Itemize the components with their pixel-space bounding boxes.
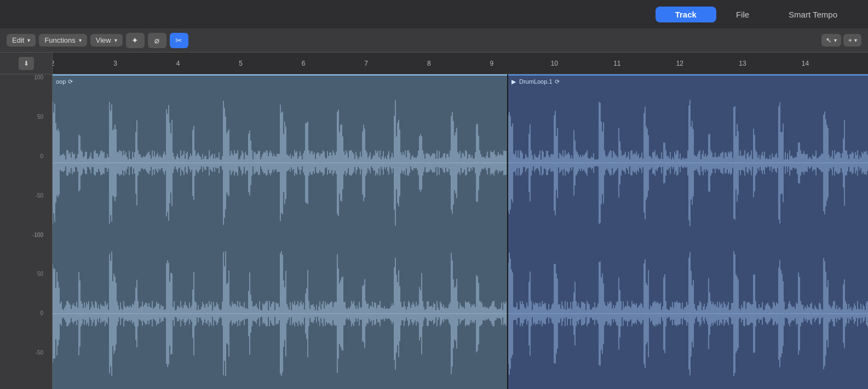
loop-icon: ⌀ [154, 36, 159, 45]
pointer-icon: ↖ [826, 36, 832, 44]
bar-number: 4 [176, 60, 180, 67]
region-play-icon-2: ▶ [511, 78, 516, 85]
view-menu[interactable]: View ▾ [90, 34, 123, 47]
cursor-icon: ✦ [131, 36, 139, 45]
tab-file[interactable]: File [716, 7, 769, 22]
edit-chevron: ▾ [27, 37, 30, 43]
region-drum-loop-1[interactable]: ▶ DrumLoop.1 ⟳ [508, 74, 868, 389]
toolbar: Edit ▾ Functions ▾ View ▾ ✦ ⌀ ✂ ↖ ▾ + ▾ [0, 28, 868, 53]
db-label: 0 [40, 153, 48, 159]
region-label-1: oop [56, 78, 66, 85]
region-loop-icon-2: ⟳ [555, 78, 560, 85]
region-header-2: ▶ DrumLoop.1 ⟳ [508, 76, 868, 88]
db-label: -50 [36, 193, 48, 199]
toolbar-right: ↖ ▾ + ▾ [821, 34, 861, 47]
collapse-icon: ⬇ [24, 60, 29, 67]
edit-menu[interactable]: Edit ▾ [7, 34, 36, 47]
db-label: 50 [37, 271, 48, 277]
timeline-area: ⬇ 100500-50-100100500-50-100 23456789101… [0, 53, 868, 389]
bar-number: 7 [364, 60, 368, 67]
region-divider [507, 74, 508, 389]
functions-label: Functions [44, 36, 75, 44]
db-label: 100 [34, 232, 48, 238]
region-header-1: oop ⟳ [53, 76, 507, 88]
db-label: 50 [37, 114, 48, 120]
region-label-2: DrumLoop.1 [519, 78, 553, 85]
bar-number: 5 [239, 60, 243, 67]
tab-smart-tempo[interactable]: Smart Tempo [769, 7, 857, 22]
left-panel: ⬇ 100500-50-100100500-50-100 [0, 53, 53, 389]
tracks-area[interactable]: oop ⟳ ▶ DrumLoop.1 ⟳ [53, 74, 868, 389]
region-loop-icon-1: ⟳ [68, 78, 73, 85]
collapse-button[interactable]: ⬇ [19, 57, 34, 70]
tab-track[interactable]: Track [656, 7, 716, 22]
view-chevron: ▾ [114, 37, 117, 43]
bar-number: 11 [613, 60, 620, 67]
loop-tool-button[interactable]: ⌀ [148, 33, 166, 48]
add-chevron: ▾ [854, 37, 857, 43]
pointer-chevron: ▾ [834, 37, 837, 43]
bar-number: 9 [490, 60, 493, 67]
db-label: -50 [36, 350, 48, 356]
bar-number: 13 [739, 60, 746, 67]
plus-icon: + [848, 36, 852, 44]
bar-number: 8 [427, 60, 431, 67]
add-button[interactable]: + ▾ [843, 34, 861, 47]
db-ruler: 100500-50-100100500-50-100 [0, 74, 52, 389]
bar-number: 2 [53, 60, 54, 67]
left-header: ⬇ [0, 53, 52, 74]
bar-number: 12 [676, 60, 683, 67]
edit-label: Edit [12, 36, 24, 44]
cursor-tool-button[interactable]: ✦ [126, 33, 145, 48]
scissors-icon: ✂ [175, 36, 182, 45]
db-label: 100 [34, 74, 48, 80]
bar-number: 6 [302, 60, 306, 67]
waveform-1 [53, 88, 507, 389]
functions-chevron: ▾ [79, 37, 82, 43]
bar-number: 3 [113, 60, 117, 67]
db-label: 0 [40, 310, 48, 316]
scissors-tool-button[interactable]: ✂ [170, 33, 188, 48]
view-label: View [96, 36, 111, 44]
pointer-button[interactable]: ↖ ▾ [821, 34, 841, 47]
region-drum-loop[interactable]: oop ⟳ [53, 74, 507, 389]
functions-menu[interactable]: Functions ▾ [39, 34, 87, 47]
bar-number: 10 [551, 60, 558, 67]
main-content: 234567891011121314 oop ⟳ ▶ DrumLoop.1 [53, 53, 868, 389]
waveform-2 [508, 88, 868, 389]
top-bar: Track File Smart Tempo [0, 0, 868, 28]
bar-number: 14 [802, 60, 809, 67]
bar-ruler: 234567891011121314 [53, 53, 868, 74]
